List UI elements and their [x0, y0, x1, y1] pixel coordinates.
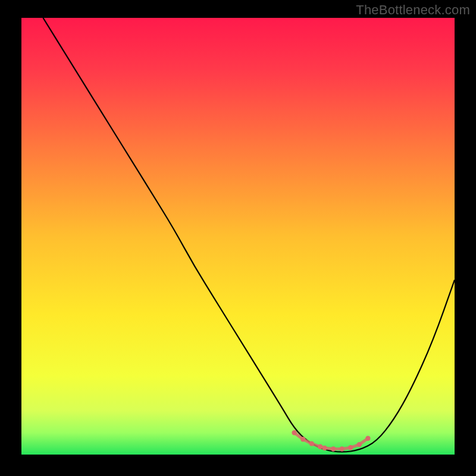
marker-dot — [357, 442, 362, 447]
marker-dot — [331, 446, 336, 451]
gradient-background — [21, 18, 455, 455]
chart-frame — [21, 18, 455, 455]
marker-dot — [292, 430, 296, 435]
marker-dot — [300, 437, 305, 441]
chart-canvas — [21, 18, 455, 455]
marker-dot — [340, 446, 345, 451]
watermark-text: TheBottleneck.com — [356, 2, 470, 18]
marker-dot — [322, 446, 327, 450]
marker-dot — [365, 436, 370, 441]
marker-dot — [348, 445, 353, 450]
marker-dot — [318, 444, 322, 449]
marker-dot — [309, 441, 314, 446]
